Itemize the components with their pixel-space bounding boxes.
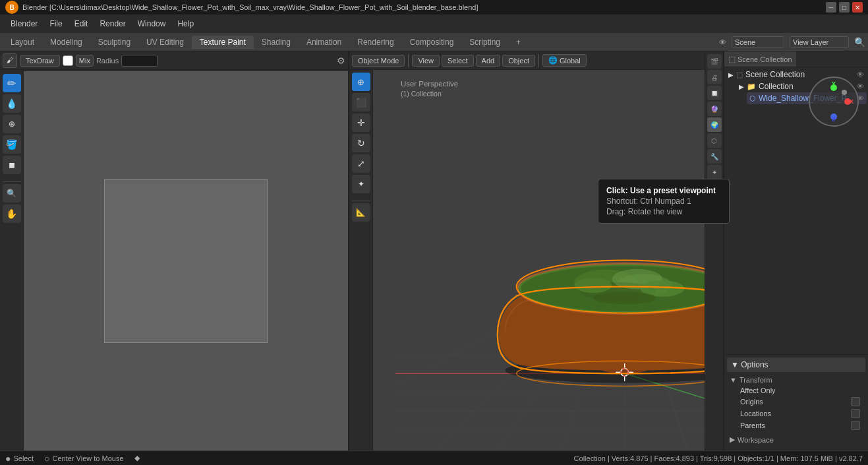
menu-help[interactable]: Help bbox=[172, 18, 199, 30]
blend-mode-select[interactable]: Mix bbox=[76, 55, 94, 67]
scene-collection-label: Scene Collection bbox=[738, 55, 792, 63]
tab-compositing[interactable]: Compositing bbox=[402, 36, 462, 49]
object-mesh-icon: ⬡ bbox=[749, 94, 756, 103]
title-bar-left: B Blender [C:\Users\dimax\Desktop\Wide_S… bbox=[5, 1, 478, 14]
radius-input[interactable]: 50 px bbox=[121, 55, 158, 67]
tooltip-click-text: Click: Use a preset viewpoint bbox=[606, 186, 721, 195]
settings-icon[interactable]: ⚙ bbox=[337, 55, 345, 66]
svg-text:(1) Collection: (1) Collection bbox=[401, 90, 442, 98]
parents-label: Parents bbox=[740, 421, 848, 429]
color-swatch[interactable] bbox=[63, 55, 73, 66]
workspace-bar: Layout Modeling Sculpting UV Editing Tex… bbox=[0, 33, 868, 51]
viewport-nav-gizmo[interactable]: X Y Z bbox=[809, 77, 861, 129]
transform-tool[interactable]: ✦ bbox=[352, 175, 370, 193]
texdraw-mode-btn[interactable]: TexDraw bbox=[20, 55, 60, 67]
tab-texture-paint[interactable]: Texture Paint bbox=[192, 36, 254, 49]
fill-tool[interactable]: 🪣 bbox=[3, 135, 21, 154]
options-header[interactable]: ▼ Options bbox=[727, 357, 865, 372]
center-mouse-icon: ○ bbox=[44, 453, 49, 464]
world-properties-icon[interactable]: 🌍 bbox=[707, 117, 722, 132]
svg-text:User Perspective: User Perspective bbox=[401, 80, 458, 88]
search-icon[interactable]: 🔍 bbox=[854, 37, 865, 47]
locations-label: Locations bbox=[740, 410, 848, 418]
scene-collection-tab[interactable]: ⬚ Scene Collection bbox=[724, 51, 796, 67]
mask-tool[interactable]: ◼ bbox=[3, 156, 21, 174]
orient-label: Global bbox=[560, 57, 581, 65]
gizmo-z-label: Z bbox=[832, 116, 836, 123]
select-box-tool[interactable]: ⬛ bbox=[352, 93, 370, 111]
menu-blender[interactable]: Blender bbox=[5, 18, 43, 30]
origins-checkbox[interactable] bbox=[851, 397, 860, 406]
tab-add[interactable]: + bbox=[508, 36, 529, 49]
separator bbox=[408, 54, 409, 67]
draw-tool[interactable]: ✏ bbox=[3, 74, 21, 92]
tab-shading[interactable]: Shading bbox=[254, 36, 299, 49]
cursor-tool[interactable]: ⊕ bbox=[352, 73, 370, 91]
minimize-button[interactable]: ─ bbox=[826, 2, 836, 13]
select-status: ● Select bbox=[5, 453, 34, 464]
options-label: Options bbox=[741, 360, 768, 369]
options-chevron: ▼ bbox=[731, 360, 741, 369]
menu-file[interactable]: File bbox=[44, 18, 67, 30]
svg-point-28 bbox=[593, 292, 656, 304]
view-layer-properties-icon[interactable]: 🔲 bbox=[707, 86, 722, 100]
affect-only-label: Affect Only bbox=[740, 387, 860, 394]
output-properties-icon[interactable]: 🖨 bbox=[707, 70, 722, 84]
select-menu-btn[interactable]: Select bbox=[442, 55, 474, 67]
workspace-section-header[interactable]: ▶ Workspace bbox=[727, 434, 865, 445]
scale-tool[interactable]: ⤢ bbox=[352, 154, 370, 173]
parents-checkbox[interactable] bbox=[851, 421, 860, 430]
transform-section: ▼ Transform Affect Only Origins Location… bbox=[727, 375, 865, 431]
tab-uv-editing[interactable]: UV Editing bbox=[138, 36, 192, 49]
clone-tool[interactable]: ⊕ bbox=[3, 115, 21, 133]
maximize-button[interactable]: □ bbox=[839, 2, 850, 13]
transform-section-header[interactable]: ▼ Transform bbox=[727, 375, 865, 385]
expand-icon: ▶ bbox=[728, 71, 734, 78]
svg-point-26 bbox=[574, 278, 612, 293]
rotate-tool[interactable]: ↻ bbox=[352, 134, 370, 152]
move-tool[interactable]: ✛ bbox=[352, 113, 370, 132]
locations-row: Locations bbox=[735, 408, 865, 419]
canvas-area[interactable] bbox=[24, 71, 348, 450]
grab-tool[interactable]: ✋ bbox=[3, 204, 21, 223]
zoom-tool[interactable]: 🔍 bbox=[3, 184, 21, 202]
tooltip-shortcut-text: Shortcut: Ctrl Numpad 1 bbox=[606, 197, 721, 206]
render-properties-icon[interactable]: 🎬 bbox=[707, 54, 722, 69]
add-menu-btn[interactable]: Add bbox=[476, 55, 501, 67]
object-mode-btn[interactable]: Object Mode bbox=[352, 55, 405, 67]
title-bar-controls[interactable]: ─ □ ✕ bbox=[826, 2, 863, 13]
view-menu-btn[interactable]: View bbox=[412, 55, 440, 67]
menu-window[interactable]: Window bbox=[132, 18, 171, 30]
radius-label: Radius bbox=[96, 57, 119, 65]
close-button[interactable]: ✕ bbox=[852, 2, 863, 13]
scene-properties-icon[interactable]: 🔮 bbox=[707, 102, 722, 116]
tab-layout[interactable]: Layout bbox=[3, 36, 42, 49]
object-properties-icon[interactable]: ⬡ bbox=[707, 133, 722, 148]
left-side-tools: ✏ 💧 ⊕ 🪣 ◼ 🔍 ✋ bbox=[0, 71, 24, 450]
particles-icon[interactable]: ✦ bbox=[707, 165, 722, 179]
transform-label: Transform bbox=[739, 376, 772, 384]
tooltip-drag-text: Drag: Rotate the view bbox=[606, 207, 721, 216]
origins-row: Origins bbox=[735, 396, 865, 408]
object-menu-btn[interactable]: Object bbox=[502, 55, 535, 67]
modifier-properties-icon[interactable]: 🔧 bbox=[707, 149, 722, 164]
locations-checkbox[interactable] bbox=[851, 409, 860, 418]
gizmo-sphere[interactable]: X Y Z bbox=[809, 77, 859, 127]
smear-tool[interactable]: 💧 bbox=[3, 94, 21, 113]
select-label: Select bbox=[13, 454, 34, 462]
collection-folder-icon: 📁 bbox=[747, 82, 756, 91]
view-layer-select[interactable] bbox=[790, 36, 849, 48]
transform-orient-btn[interactable]: 🌐 Global bbox=[542, 54, 587, 67]
scene-select[interactable] bbox=[732, 36, 784, 48]
mode-icon[interactable]: 🖌 bbox=[3, 53, 17, 68]
menu-render[interactable]: Render bbox=[94, 18, 130, 30]
tab-animation[interactable]: Animation bbox=[299, 36, 349, 49]
canvas-grid bbox=[104, 179, 268, 343]
menu-edit[interactable]: Edit bbox=[69, 18, 94, 30]
tab-sculpting[interactable]: Sculpting bbox=[90, 36, 138, 49]
tab-modeling[interactable]: Modeling bbox=[42, 36, 90, 49]
tab-rendering[interactable]: Rendering bbox=[349, 36, 401, 49]
measure-tool[interactable]: 📐 bbox=[352, 203, 370, 222]
pip-icon: ◆ bbox=[134, 454, 140, 462]
tab-scripting[interactable]: Scripting bbox=[461, 36, 508, 49]
